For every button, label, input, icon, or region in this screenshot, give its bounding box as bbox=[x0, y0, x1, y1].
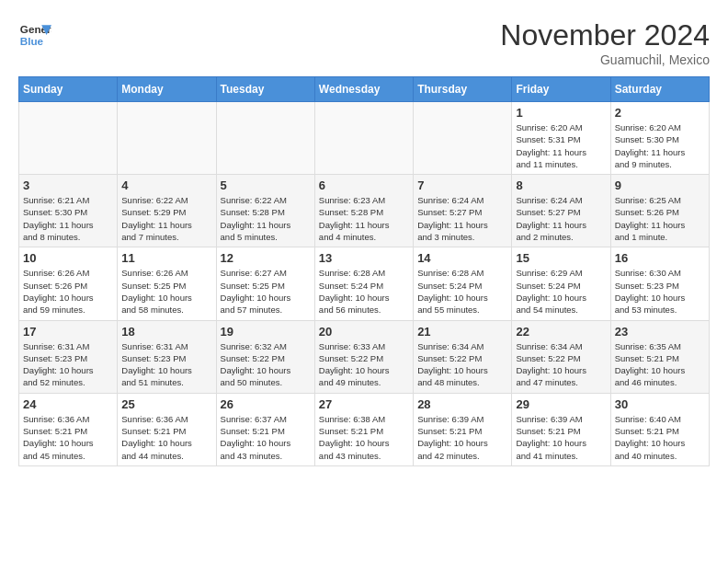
title-block: November 2024 Guamuchil, Mexico bbox=[500, 18, 710, 67]
day-number: 6 bbox=[319, 178, 409, 192]
calendar-day-cell: 19Sunrise: 6:32 AM Sunset: 5:22 PM Dayli… bbox=[216, 320, 314, 393]
calendar-day-cell bbox=[216, 102, 314, 175]
calendar-day-cell: 26Sunrise: 6:37 AM Sunset: 5:21 PM Dayli… bbox=[216, 393, 314, 465]
weekday-header: Monday bbox=[118, 77, 216, 102]
day-info: Sunrise: 6:39 AM Sunset: 5:21 PM Dayligh… bbox=[417, 413, 507, 462]
calendar-day-cell: 16Sunrise: 6:30 AM Sunset: 5:23 PM Dayli… bbox=[610, 247, 709, 320]
weekday-header: Sunday bbox=[19, 77, 118, 102]
day-info: Sunrise: 6:22 AM Sunset: 5:29 PM Dayligh… bbox=[121, 194, 211, 243]
day-info: Sunrise: 6:24 AM Sunset: 5:27 PM Dayligh… bbox=[417, 194, 507, 243]
day-info: Sunrise: 6:21 AM Sunset: 5:30 PM Dayligh… bbox=[23, 194, 113, 243]
day-info: Sunrise: 6:31 AM Sunset: 5:23 PM Dayligh… bbox=[23, 340, 113, 389]
calendar-day-cell: 24Sunrise: 6:36 AM Sunset: 5:21 PM Dayli… bbox=[19, 393, 118, 465]
day-info: Sunrise: 6:30 AM Sunset: 5:23 PM Dayligh… bbox=[615, 267, 705, 316]
weekday-header: Saturday bbox=[610, 77, 709, 102]
calendar-day-cell: 5Sunrise: 6:22 AM Sunset: 5:28 PM Daylig… bbox=[216, 175, 314, 247]
day-info: Sunrise: 6:20 AM Sunset: 5:30 PM Dayligh… bbox=[615, 121, 705, 170]
calendar-week-row: 3Sunrise: 6:21 AM Sunset: 5:30 PM Daylig… bbox=[19, 175, 710, 247]
day-info: Sunrise: 6:38 AM Sunset: 5:21 PM Dayligh… bbox=[319, 413, 409, 462]
day-info: Sunrise: 6:28 AM Sunset: 5:24 PM Dayligh… bbox=[417, 267, 507, 316]
day-info: Sunrise: 6:32 AM Sunset: 5:22 PM Dayligh… bbox=[221, 340, 311, 389]
day-info: Sunrise: 6:22 AM Sunset: 5:28 PM Dayligh… bbox=[221, 194, 311, 243]
calendar-day-cell: 2Sunrise: 6:20 AM Sunset: 5:30 PM Daylig… bbox=[610, 102, 709, 175]
calendar-day-cell: 7Sunrise: 6:24 AM Sunset: 5:27 PM Daylig… bbox=[414, 175, 512, 247]
day-number: 17 bbox=[23, 325, 113, 339]
calendar-day-cell: 9Sunrise: 6:25 AM Sunset: 5:26 PM Daylig… bbox=[610, 175, 709, 247]
calendar-day-cell: 20Sunrise: 6:33 AM Sunset: 5:22 PM Dayli… bbox=[314, 320, 413, 393]
day-number: 12 bbox=[221, 251, 311, 265]
calendar-day-cell: 30Sunrise: 6:40 AM Sunset: 5:21 PM Dayli… bbox=[610, 393, 709, 465]
day-number: 21 bbox=[417, 325, 507, 339]
day-info: Sunrise: 6:34 AM Sunset: 5:22 PM Dayligh… bbox=[417, 340, 507, 389]
calendar-day-cell: 13Sunrise: 6:28 AM Sunset: 5:24 PM Dayli… bbox=[314, 247, 413, 320]
day-info: Sunrise: 6:24 AM Sunset: 5:27 PM Dayligh… bbox=[516, 194, 606, 243]
day-info: Sunrise: 6:31 AM Sunset: 5:23 PM Dayligh… bbox=[121, 340, 211, 389]
month-title: November 2024 bbox=[500, 18, 710, 52]
calendar-day-cell: 27Sunrise: 6:38 AM Sunset: 5:21 PM Dayli… bbox=[314, 393, 413, 465]
calendar-day-cell: 12Sunrise: 6:27 AM Sunset: 5:25 PM Dayli… bbox=[216, 247, 314, 320]
calendar-day-cell: 18Sunrise: 6:31 AM Sunset: 5:23 PM Dayli… bbox=[118, 320, 216, 393]
day-number: 2 bbox=[615, 106, 705, 120]
day-info: Sunrise: 6:26 AM Sunset: 5:26 PM Dayligh… bbox=[23, 267, 113, 316]
calendar-day-cell: 10Sunrise: 6:26 AM Sunset: 5:26 PM Dayli… bbox=[19, 247, 118, 320]
day-number: 13 bbox=[319, 251, 409, 265]
calendar-week-row: 1Sunrise: 6:20 AM Sunset: 5:31 PM Daylig… bbox=[19, 102, 710, 175]
calendar-day-cell: 17Sunrise: 6:31 AM Sunset: 5:23 PM Dayli… bbox=[19, 320, 118, 393]
day-number: 30 bbox=[615, 397, 705, 411]
day-number: 14 bbox=[417, 251, 507, 265]
day-number: 25 bbox=[121, 397, 211, 411]
day-number: 26 bbox=[221, 397, 311, 411]
day-number: 24 bbox=[23, 397, 113, 411]
logo: General Blue bbox=[18, 18, 51, 52]
calendar-day-cell: 22Sunrise: 6:34 AM Sunset: 5:22 PM Dayli… bbox=[512, 320, 610, 393]
calendar-week-row: 24Sunrise: 6:36 AM Sunset: 5:21 PM Dayli… bbox=[19, 393, 710, 465]
calendar-day-cell: 15Sunrise: 6:29 AM Sunset: 5:24 PM Dayli… bbox=[512, 247, 610, 320]
weekday-header: Tuesday bbox=[216, 77, 314, 102]
calendar-header-row: SundayMondayTuesdayWednesdayThursdayFrid… bbox=[19, 77, 710, 102]
page-header: General Blue November 2024 Guamuchil, Me… bbox=[18, 18, 710, 67]
day-info: Sunrise: 6:25 AM Sunset: 5:26 PM Dayligh… bbox=[615, 194, 705, 243]
day-number: 5 bbox=[221, 178, 311, 192]
weekday-header: Thursday bbox=[414, 77, 512, 102]
day-info: Sunrise: 6:23 AM Sunset: 5:28 PM Dayligh… bbox=[319, 194, 409, 243]
day-info: Sunrise: 6:29 AM Sunset: 5:24 PM Dayligh… bbox=[516, 267, 606, 316]
day-number: 20 bbox=[319, 325, 409, 339]
weekday-header: Friday bbox=[512, 77, 610, 102]
day-info: Sunrise: 6:35 AM Sunset: 5:21 PM Dayligh… bbox=[615, 340, 705, 389]
calendar-table: SundayMondayTuesdayWednesdayThursdayFrid… bbox=[18, 76, 710, 466]
day-number: 27 bbox=[319, 397, 409, 411]
calendar-day-cell: 23Sunrise: 6:35 AM Sunset: 5:21 PM Dayli… bbox=[610, 320, 709, 393]
calendar-day-cell bbox=[118, 102, 216, 175]
calendar-day-cell: 6Sunrise: 6:23 AM Sunset: 5:28 PM Daylig… bbox=[314, 175, 413, 247]
calendar-day-cell: 28Sunrise: 6:39 AM Sunset: 5:21 PM Dayli… bbox=[414, 393, 512, 465]
day-number: 3 bbox=[23, 178, 113, 192]
day-info: Sunrise: 6:36 AM Sunset: 5:21 PM Dayligh… bbox=[23, 413, 113, 462]
day-number: 28 bbox=[417, 397, 507, 411]
calendar-day-cell bbox=[314, 102, 413, 175]
day-number: 18 bbox=[121, 325, 211, 339]
day-info: Sunrise: 6:36 AM Sunset: 5:21 PM Dayligh… bbox=[121, 413, 211, 462]
day-info: Sunrise: 6:34 AM Sunset: 5:22 PM Dayligh… bbox=[516, 340, 606, 389]
calendar-day-cell bbox=[19, 102, 118, 175]
day-number: 8 bbox=[516, 178, 606, 192]
calendar-day-cell bbox=[414, 102, 512, 175]
day-number: 19 bbox=[221, 325, 311, 339]
day-info: Sunrise: 6:39 AM Sunset: 5:21 PM Dayligh… bbox=[516, 413, 606, 462]
calendar-day-cell: 11Sunrise: 6:26 AM Sunset: 5:25 PM Dayli… bbox=[118, 247, 216, 320]
day-info: Sunrise: 6:28 AM Sunset: 5:24 PM Dayligh… bbox=[319, 267, 409, 316]
day-info: Sunrise: 6:20 AM Sunset: 5:31 PM Dayligh… bbox=[516, 121, 606, 170]
day-number: 9 bbox=[615, 178, 705, 192]
calendar-day-cell: 8Sunrise: 6:24 AM Sunset: 5:27 PM Daylig… bbox=[512, 175, 610, 247]
calendar-day-cell: 1Sunrise: 6:20 AM Sunset: 5:31 PM Daylig… bbox=[512, 102, 610, 175]
day-info: Sunrise: 6:33 AM Sunset: 5:22 PM Dayligh… bbox=[319, 340, 409, 389]
calendar-week-row: 17Sunrise: 6:31 AM Sunset: 5:23 PM Dayli… bbox=[19, 320, 710, 393]
weekday-header: Wednesday bbox=[314, 77, 413, 102]
day-number: 23 bbox=[615, 325, 705, 339]
calendar-day-cell: 21Sunrise: 6:34 AM Sunset: 5:22 PM Dayli… bbox=[414, 320, 512, 393]
logo-icon: General Blue bbox=[18, 18, 51, 52]
location: Guamuchil, Mexico bbox=[500, 52, 710, 67]
day-number: 10 bbox=[23, 251, 113, 265]
calendar-day-cell: 25Sunrise: 6:36 AM Sunset: 5:21 PM Dayli… bbox=[118, 393, 216, 465]
calendar-week-row: 10Sunrise: 6:26 AM Sunset: 5:26 PM Dayli… bbox=[19, 247, 710, 320]
calendar-day-cell: 3Sunrise: 6:21 AM Sunset: 5:30 PM Daylig… bbox=[19, 175, 118, 247]
